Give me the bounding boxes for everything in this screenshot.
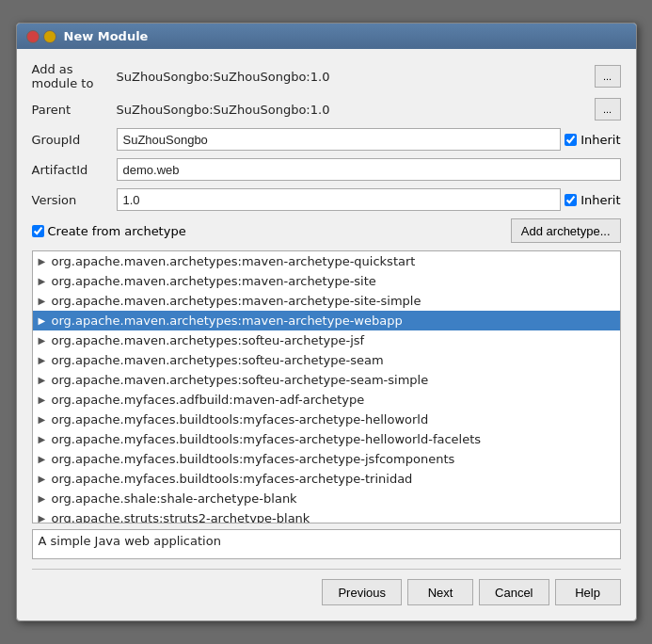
archetype-list-item[interactable]: ▶org.apache.maven.archetypes:maven-arche… xyxy=(33,271,620,291)
archetype-item-arrow: ▶ xyxy=(39,394,52,405)
archetype-item-label: org.apache.maven.archetypes:maven-archet… xyxy=(52,294,421,308)
archetype-list-container[interactable]: ▶org.apache.maven.archetypes:maven-arche… xyxy=(32,250,621,523)
archetype-item-label: org.apache.maven.archetypes:maven-archet… xyxy=(52,274,376,288)
title-bar: New Module xyxy=(17,24,636,49)
parent-value: SuZhouSongbo:SuZhouSongbo:1.0 xyxy=(117,103,330,117)
help-button[interactable]: Help xyxy=(555,579,621,605)
previous-button[interactable]: Previous xyxy=(322,579,402,605)
archetype-item-label: org.apache.myfaces.buildtools:myfaces-ar… xyxy=(52,412,429,427)
close-window-button[interactable] xyxy=(26,30,40,43)
version-input[interactable] xyxy=(117,188,562,211)
groupid-inherit-row: Inherit xyxy=(565,133,620,147)
archetype-list-item[interactable]: ▶org.apache.maven.archetypes:softeu-arch… xyxy=(33,350,620,370)
archetype-item-label: org.apache.myfaces.buildtools:myfaces-ar… xyxy=(52,432,482,446)
archetype-item-arrow: ▶ xyxy=(39,315,52,326)
description-text: A simple Java web application xyxy=(39,534,221,548)
groupid-inherit-checkbox[interactable] xyxy=(565,134,577,146)
archetype-item-label: org.apache.maven.archetypes:maven-archet… xyxy=(52,254,416,268)
archetype-item-label: org.apache.shale:shale-archetype-blank xyxy=(52,491,297,506)
minimize-window-button[interactable] xyxy=(43,30,56,43)
archetype-item-label: org.apache.myfaces.buildtools:myfaces-ar… xyxy=(52,452,455,466)
artifactid-input[interactable] xyxy=(117,158,621,181)
dialog-title: New Module xyxy=(64,29,149,43)
archetype-list-item[interactable]: ▶org.apache.maven.archetypes:maven-arche… xyxy=(33,251,620,271)
version-row: Version Inherit xyxy=(32,188,621,211)
archetype-list-item[interactable]: ▶org.apache.myfaces.buildtools:myfaces-a… xyxy=(33,469,620,489)
archetype-list-item[interactable]: ▶org.apache.maven.archetypes:softeu-arch… xyxy=(33,370,620,390)
archetype-list-item[interactable]: ▶org.apache.maven.archetypes:maven-arche… xyxy=(33,311,620,330)
version-inherit-checkbox[interactable] xyxy=(565,194,577,206)
archetype-check-row: Create from archetype xyxy=(32,224,503,238)
cancel-button[interactable]: Cancel xyxy=(479,579,549,605)
add-as-module-label: Add as module to xyxy=(32,62,117,90)
archetype-item-label: org.apache.maven.archetypes:maven-archet… xyxy=(52,314,403,328)
archetype-item-arrow: ▶ xyxy=(39,296,52,306)
archetype-item-arrow: ▶ xyxy=(39,414,52,425)
parent-row: Parent SuZhouSongbo:SuZhouSongbo:1.0 ... xyxy=(32,98,621,121)
add-archetype-button[interactable]: Add archetype... xyxy=(511,218,621,243)
new-module-dialog: New Module Add as module to SuZhouSongbo… xyxy=(16,23,637,621)
archetype-item-arrow: ▶ xyxy=(39,493,52,504)
archetype-list-item[interactable]: ▶org.apache.myfaces.adfbuild:maven-adf-a… xyxy=(33,390,620,410)
artifactid-row: ArtifactId xyxy=(32,158,621,181)
archetype-item-arrow: ▶ xyxy=(39,276,52,286)
archetype-item-arrow: ▶ xyxy=(39,355,52,365)
artifactid-label: ArtifactId xyxy=(32,163,117,177)
archetype-list-item[interactable]: ▶org.apache.maven.archetypes:softeu-arch… xyxy=(33,330,620,350)
create-from-archetype-row: Create from archetype Add archetype... xyxy=(32,218,621,243)
groupid-input[interactable] xyxy=(117,128,562,151)
add-as-module-browse-button[interactable]: ... xyxy=(595,65,621,88)
next-button[interactable]: Next xyxy=(407,579,473,605)
version-label: Version xyxy=(32,193,117,207)
button-row: Previous Next Cancel Help xyxy=(32,575,621,611)
add-as-module-value: SuZhouSongbo:SuZhouSongbo:1.0 xyxy=(117,70,330,84)
parent-browse-button[interactable]: ... xyxy=(595,98,621,121)
groupid-inherit-label: Inherit xyxy=(580,133,620,147)
create-from-archetype-label: Create from archetype xyxy=(48,224,186,238)
add-as-module-row: Add as module to SuZhouSongbo:SuZhouSong… xyxy=(32,62,621,90)
archetype-item-arrow: ▶ xyxy=(39,474,52,484)
archetype-item-arrow: ▶ xyxy=(39,375,52,385)
archetype-item-label: org.apache.maven.archetypes:softeu-arche… xyxy=(52,333,365,347)
groupid-label: GroupId xyxy=(32,133,117,147)
window-controls xyxy=(26,30,56,43)
archetype-item-label: org.apache.maven.archetypes:softeu-arche… xyxy=(52,373,429,387)
archetype-list-item[interactable]: ▶org.apache.shale:shale-archetype-blank xyxy=(33,489,620,508)
archetype-item-arrow: ▶ xyxy=(39,434,52,444)
archetype-list-item[interactable]: ▶org.apache.myfaces.buildtools:myfaces-a… xyxy=(33,410,620,429)
version-inherit-row: Inherit xyxy=(565,193,620,207)
parent-label: Parent xyxy=(32,103,117,117)
archetype-list-item[interactable]: ▶org.apache.myfaces.buildtools:myfaces-a… xyxy=(33,429,620,449)
archetype-list-item[interactable]: ▶org.apache.maven.archetypes:maven-arche… xyxy=(33,291,620,311)
archetype-list-item[interactable]: ▶org.apache.myfaces.buildtools:myfaces-a… xyxy=(33,449,620,469)
dialog-body: Add as module to SuZhouSongbo:SuZhouSong… xyxy=(17,49,636,620)
version-inherit-label: Inherit xyxy=(580,193,620,207)
create-from-archetype-checkbox[interactable] xyxy=(32,225,44,237)
archetype-item-label: org.apache.myfaces.adfbuild:maven-adf-ar… xyxy=(52,393,365,407)
archetype-item-arrow: ▶ xyxy=(39,335,52,346)
archetype-item-arrow: ▶ xyxy=(39,513,52,523)
archetype-list-item[interactable]: ▶org.apache.struts:struts2-archetype-bla… xyxy=(33,508,620,523)
archetype-item-label: org.apache.struts:struts2-archetype-blan… xyxy=(52,511,310,523)
groupid-row: GroupId Inherit xyxy=(32,128,621,151)
archetype-item-arrow: ▶ xyxy=(39,256,52,266)
separator xyxy=(32,569,621,570)
archetype-list: ▶org.apache.maven.archetypes:maven-arche… xyxy=(33,251,620,523)
archetype-item-label: org.apache.myfaces.buildtools:myfaces-ar… xyxy=(52,472,413,486)
archetype-item-arrow: ▶ xyxy=(39,454,52,464)
description-box: A simple Java web application xyxy=(32,529,621,559)
archetype-item-label: org.apache.maven.archetypes:softeu-arche… xyxy=(52,353,384,367)
